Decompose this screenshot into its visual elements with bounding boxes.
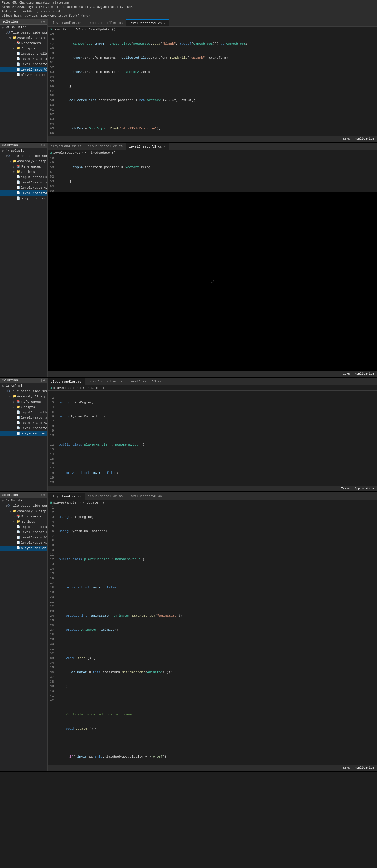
sidebar-title-1: Solution ▤ ⚙ [0,19,47,25]
code-editor-1: 45464748 49505152 53545556 57585960 6162… [48,32,377,136]
tree-item-solution-4[interactable]: ▷🗂Solution [0,498,47,503]
tab-playerhandler-2[interactable]: playerHandler.cs [48,143,85,150]
sidebar-3: Solution ▤ ⚙ ▷🗂Solution ▽⬡Tile_based_sid… [0,378,48,492]
tree-item-references-2[interactable]: ▷📚References [0,164,47,169]
tree-item-assembly-2[interactable]: ▽📁Assembly-CSharp [0,159,47,164]
tree-item-scripts-2[interactable]: ▽📁Scripts [0,169,47,175]
tab-bar-3: playerHandler.cs inputController.cs leve… [48,378,377,385]
panel-bottom-bar-3: Tasks Application [48,486,377,492]
panel-1: Solution ▤ ⚙ ▷🗂Solution ▽⬡Tile_based_sid… [0,19,377,143]
tasks-button-1[interactable]: Tasks [340,137,351,141]
sidebar-collapse-icon-4[interactable]: ▤ [40,493,42,497]
sidebar-collapse-icon-2[interactable]: ▤ [40,144,42,147]
tree-item-levelcreatorv2-2[interactable]: 📄levelCreatorV2.cs [0,185,47,190]
tree-item-references-4[interactable]: ▷📚References [0,514,47,519]
tree-item-levelcreator-3[interactable]: 📄levelCreator.cs [0,415,47,420]
tree-item-levelcreatorv2-3[interactable]: 📄levelCreatorV2.cs [0,420,47,426]
sidebar-2: Solution ▤ ⚙ ▷🗂Solution ▽⬡Tile_based_sid… [0,143,48,377]
tree-item-assembly[interactable]: ▽📁Assembly-CSharp [0,35,47,40]
tree-item-scripts-3[interactable]: ▽📁Scripts [0,404,47,410]
tab-bar-4: playerHandler.cs inputController.cs leve… [48,492,377,500]
tree-item-scripts[interactable]: ▽📁Scripts [0,46,47,51]
tab-levelcreatorv3-2[interactable]: levelCreatorV3.cs ✕ [126,143,169,150]
tab-close-1[interactable]: ✕ [164,22,166,25]
application-button-2[interactable]: Application [353,372,375,376]
breadcrumb-4: ⊞ playerHandler › ⚡ Update () [48,500,377,505]
application-button-4[interactable]: Application [353,766,375,770]
tree-item-levelcreator[interactable]: 📄levelCreator.cs [0,56,47,62]
code-editor-4: 1234 5678 9101112 13141516 17181920 2122… [48,505,377,765]
tree-item-tile-3[interactable]: ▽⬡Tile_based_side_scroller [0,389,47,394]
tree-item-playerhandler[interactable]: 📄playerHandler.cs [0,72,47,78]
panel-bottom-bar-1: Tasks Application [48,136,377,142]
tree-item-assembly-4[interactable]: ▽📁Assembly-CSharp [0,508,47,514]
tree-item-solution-3[interactable]: ▷🗂Solution [0,383,47,389]
editor-1: playerHandler.cs inputController.cs leve… [48,19,377,142]
tab-playerhandler-3[interactable]: playerHandler.cs [48,378,85,385]
code-editor-2: 48495051 52535455 56 tmp64.transform.pos… [48,155,377,192]
tree-item-tile-2[interactable]: ▽⬡Tile_based_side_scroller [0,153,47,159]
panel-bottom-bar-2: Tasks Application [48,371,377,377]
tree-item-solution[interactable]: ▷🗂Solution [0,25,47,30]
video-player-2[interactable] [48,192,377,371]
sidebar-title-4: Solution ▤ ⚙ [0,492,47,498]
editor-4: playerHandler.cs inputController.cs leve… [48,492,377,771]
application-button-3[interactable]: Application [353,487,375,490]
tasks-button-4[interactable]: Tasks [340,766,351,770]
tab-inputcontroller-3[interactable]: inputController.cs [85,378,126,385]
tree-item-playerhandler-2[interactable]: 📄playerHandler.cs [0,196,47,201]
tasks-button-2[interactable]: Tasks [340,372,351,376]
tasks-button-3[interactable]: Tasks [340,487,351,490]
tree-item-inputcontroller[interactable]: 📄inputController.cs [0,51,47,56]
sidebar-settings-icon-3[interactable]: ⚙ [43,379,45,382]
tree-item-levelcreatorv2[interactable]: 📄levelCreatorV2.cs [0,62,47,67]
tab-levelcreatorv3-3[interactable]: levelCreatorV3.cs [126,378,165,385]
tree-item-playerhandler-3[interactable]: 📄playerHandler.cs [0,431,47,436]
tree-item-playerhandler-4[interactable]: 📄playerHandler.cs [0,546,47,551]
tree-item-levelcreatorv3-3[interactable]: 📄levelCreatorV3.cs [0,426,47,431]
editor-3: playerHandler.cs inputController.cs leve… [48,378,377,492]
sidebar-collapse-icon-3[interactable]: ▤ [40,379,42,382]
sidebar-settings-icon-4[interactable]: ⚙ [43,493,45,497]
tree-item-tile[interactable]: ▽⬡Tile_based_side_scroller [0,30,47,35]
video-info-bar: File: 05. Changing animation states.mp4 … [0,0,377,19]
tree-item-levelcreatorv3-4[interactable]: 📄levelCreatorV3.cs [0,540,47,546]
tree-item-references[interactable]: ▷📚References [0,40,47,46]
panel-4: Solution ▤ ⚙ ▷🗂Solution ▽⬡Tile_based_sid… [0,492,377,772]
tree-item-inputcontroller-3[interactable]: 📄inputController.cs [0,410,47,415]
tab-playerhandler-1[interactable]: playerHandler.cs [48,20,85,27]
tree-item-references-3[interactable]: ▷📚References [0,399,47,404]
sidebar-collapse-icon[interactable]: ▤ [40,20,42,24]
breadcrumb-2: ⊞ levelCreatorV3 › ⚡ FixedUpdate () [48,150,377,155]
tree-item-levelcreatorv2-4[interactable]: 📄levelCreatorV2.cs [0,535,47,540]
tab-playerhandler-4[interactable]: playerHandler.cs [48,493,85,500]
sidebar-settings-icon-2[interactable]: ⚙ [43,144,45,147]
tree-item-levelcreator-2[interactable]: 📄levelCreator.cs [0,180,47,185]
tree-item-inputcontroller-4[interactable]: 📄inputController.cs [0,524,47,530]
tab-inputcontroller-4[interactable]: inputController.cs [85,493,126,500]
tab-bar-2: playerHandler.cs inputController.cs leve… [48,143,377,150]
panel-bottom-bar-4: Tasks Application [48,765,377,771]
tree-item-assembly-3[interactable]: ▽📁Assembly-CSharp [0,394,47,399]
breadcrumb-3: ⊞ playerHandler › ⚡ Update () [48,385,377,391]
code-editor-3: 1234 5678 9101112 13141516 17181920 2122… [48,391,377,486]
tree-item-inputcontroller-2[interactable]: 📄inputController.cs [0,175,47,180]
application-button-1[interactable]: Application [353,137,375,141]
tab-inputcontroller-1[interactable]: inputController.cs [85,20,126,27]
tab-bar-1: playerHandler.cs inputController.cs leve… [48,19,377,27]
tree-item-levelcreatorv3-2[interactable]: 📄levelCreatorV3.cs [0,190,47,196]
tree-item-scripts-4[interactable]: ▽📁Scripts [0,519,47,524]
tree-item-solution-2[interactable]: ▷🗂Solution [0,148,47,153]
tree-item-levelcreator-4[interactable]: 📄levelCreator.cs [0,530,47,535]
sidebar-title-3: Solution ▤ ⚙ [0,378,47,383]
sidebar-settings-icon[interactable]: ⚙ [43,20,45,24]
tab-levelcreatorv3-1[interactable]: levelCreatorV3.cs ✕ [126,20,169,27]
panel-2: Solution ▤ ⚙ ▷🗂Solution ▽⬡Tile_based_sid… [0,143,377,378]
tab-close-2[interactable]: ✕ [164,145,166,149]
tree-item-levelcreatorv3[interactable]: 📄levelCreatorV3.cs [0,67,47,72]
tree-item-tile-4[interactable]: ▽⬡Tile_based_side_scroller [0,503,47,508]
tab-inputcontroller-2[interactable]: inputController.cs [85,143,126,150]
sidebar-4: Solution ▤ ⚙ ▷🗂Solution ▽⬡Tile_based_sid… [0,492,48,771]
panel-3: Solution ▤ ⚙ ▷🗂Solution ▽⬡Tile_based_sid… [0,378,377,492]
tab-levelcreatorv3-4[interactable]: levelCreatorV3.cs [126,493,165,500]
